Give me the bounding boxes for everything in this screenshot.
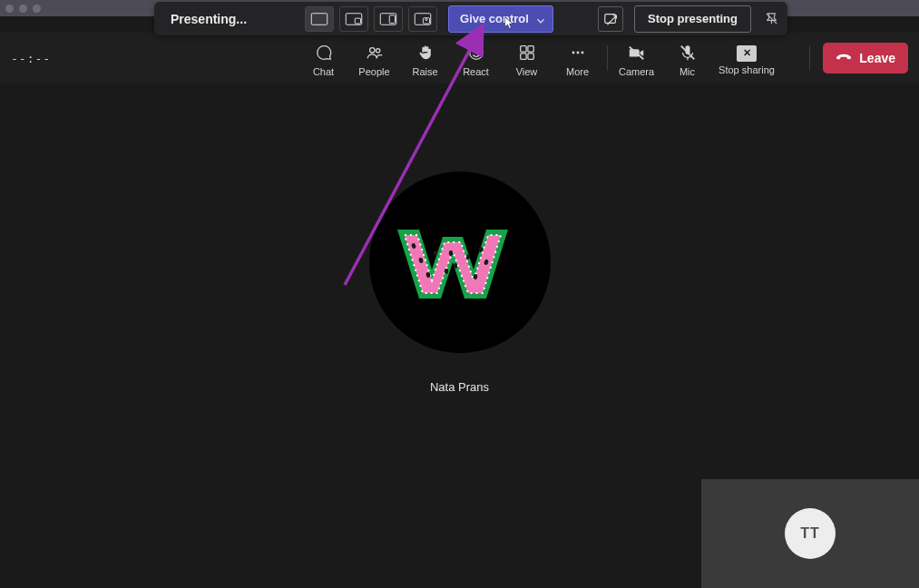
meeting-timer: --:--: [11, 52, 51, 65]
svg-rect-18: [527, 45, 533, 51]
camera-off-icon: [628, 44, 646, 64]
react-label: React: [463, 66, 489, 77]
people-button[interactable]: People: [349, 40, 400, 77]
view-label: View: [516, 66, 538, 77]
smile-icon: [467, 44, 485, 64]
popout-button[interactable]: [598, 6, 623, 32]
svg-point-33: [444, 269, 447, 274]
give-control-label: Give control: [460, 12, 529, 25]
chevron-down-icon: [536, 15, 545, 24]
traffic-zoom[interactable]: [33, 5, 41, 13]
meeting-toolbar: --:-- Chat People Raise React View More: [0, 33, 919, 83]
stop-sharing-label: Stop sharing: [719, 64, 775, 75]
svg-rect-2: [355, 18, 360, 24]
hangup-icon: [836, 51, 852, 66]
chat-icon: [315, 44, 333, 64]
view-button[interactable]: View: [502, 40, 552, 77]
svg-point-7: [425, 18, 427, 20]
svg-point-13: [376, 48, 379, 52]
svg-point-23: [581, 51, 583, 54]
presenter-toolbar: Presenting... Give control Stop presenti…: [154, 2, 787, 35]
traffic-minimize[interactable]: [19, 5, 27, 13]
svg-point-32: [453, 263, 456, 269]
svg-point-22: [576, 51, 579, 54]
layout-fullscreen-button[interactable]: [305, 6, 334, 32]
stop-sharing-icon: ✕: [737, 45, 757, 62]
people-icon: [366, 44, 384, 64]
chat-button[interactable]: Chat: [298, 40, 349, 77]
raise-label: Raise: [412, 66, 437, 77]
layout-standout-button[interactable]: [339, 6, 368, 32]
svg-rect-4: [389, 15, 395, 23]
stop-presenting-label: Stop presenting: [648, 12, 738, 25]
svg-point-12: [369, 47, 374, 52]
camera-label: Camera: [619, 66, 654, 77]
toolbar-divider: [809, 45, 810, 71]
layout-sidebyside-button[interactable]: [374, 6, 403, 32]
raise-hand-button[interactable]: Raise: [400, 40, 451, 77]
layout-reporter-button[interactable]: [408, 6, 437, 32]
svg-point-38: [466, 254, 470, 260]
more-label: More: [566, 66, 589, 77]
mic-label: Mic: [679, 66, 695, 77]
react-button[interactable]: React: [451, 40, 502, 77]
pin-toolbar-button[interactable]: [760, 8, 782, 30]
self-view[interactable]: TT: [701, 479, 919, 588]
svg-rect-20: [527, 53, 533, 58]
stop-sharing-button[interactable]: ✕ Stop sharing: [713, 42, 781, 75]
svg-point-16: [477, 50, 479, 52]
participant-avatar: [369, 172, 551, 353]
mic-button[interactable]: Mic: [662, 40, 713, 77]
svg-point-21: [572, 51, 574, 54]
leave-label: Leave: [859, 51, 895, 65]
stop-presenting-button[interactable]: Stop presenting: [634, 5, 751, 33]
participant-name: Nata Prans: [430, 380, 489, 394]
svg-point-37: [434, 250, 437, 256]
toolbar-divider: [607, 45, 608, 71]
svg-rect-1: [346, 13, 362, 24]
svg-rect-0: [311, 13, 328, 24]
leave-button[interactable]: Leave: [823, 43, 908, 74]
self-avatar: TT: [785, 508, 836, 559]
camera-button[interactable]: Camera: [611, 40, 662, 77]
self-initials: TT: [800, 525, 820, 542]
traffic-close[interactable]: [5, 5, 14, 13]
presenting-status: Presenting...: [160, 12, 258, 26]
svg-rect-17: [520, 45, 525, 51]
hand-icon: [416, 44, 435, 64]
avatar-letter-w-icon: [392, 217, 528, 308]
more-button[interactable]: More: [552, 40, 603, 77]
grid-icon: [518, 44, 536, 64]
chat-label: Chat: [313, 66, 334, 77]
people-label: People: [358, 66, 389, 77]
ellipsis-icon: [569, 44, 587, 64]
mic-off-icon: [679, 44, 697, 64]
svg-point-15: [473, 50, 474, 52]
svg-rect-19: [520, 53, 525, 58]
svg-point-14: [469, 45, 483, 59]
svg-point-31: [448, 250, 452, 256]
give-control-dropdown[interactable]: Give control: [448, 5, 553, 33]
